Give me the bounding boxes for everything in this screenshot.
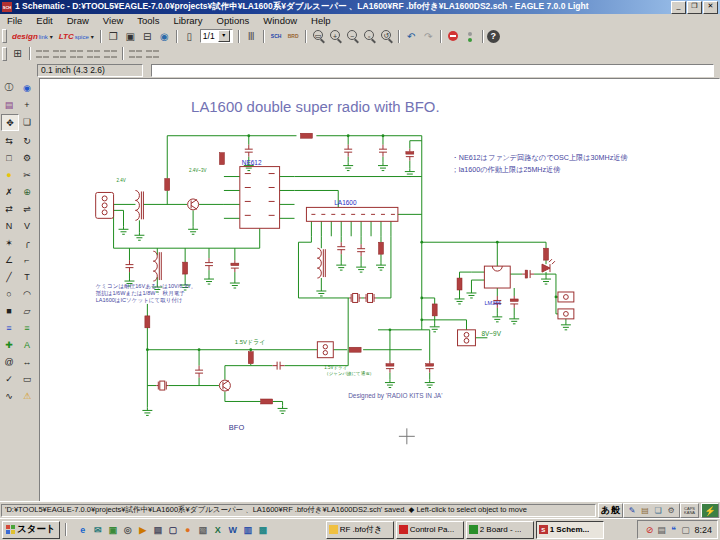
group-tool[interactable]: □ [1,150,17,165]
ie-icon[interactable]: e [76,523,90,537]
ime-dict-icon[interactable]: ❏ [652,505,664,516]
pinswap-tool[interactable]: ⇄ [1,201,17,216]
ltcspice-button[interactable]: LTC spice ▾ [56,32,97,41]
save-icon[interactable]: ▣ [122,29,139,44]
miter-tool[interactable]: ╭ [19,235,35,250]
phone-jack-1[interactable] [558,292,574,302]
mirror-tool[interactable]: ⇆ [1,133,17,148]
move-tool[interactable]: ✥ [1,114,19,131]
battery-connector[interactable] [317,342,333,358]
antenna-connector[interactable] [96,192,114,218]
task-button[interactable]: Control Pa... [396,521,464,539]
junction-tool[interactable]: ✚ [1,337,17,352]
erc-tool[interactable]: ✓ [1,371,17,386]
layer-set-icon[interactable] [127,46,144,61]
menu-options[interactable]: Options [210,15,257,26]
excel-icon[interactable]: X [211,523,225,537]
cut-tool[interactable]: ✂ [19,167,35,182]
split-tool[interactable]: ∠ [1,252,17,267]
gateswap-tool[interactable]: ⇌ [19,201,35,216]
app-icon[interactable]: ▥ [241,523,255,537]
print-icon[interactable]: ⊟ [139,29,156,44]
text-tool[interactable]: T [19,269,35,284]
search-icon[interactable]: ◎ [121,523,135,537]
my-computer-icon[interactable]: ▢ [166,523,180,537]
menu-file[interactable]: File [0,15,29,26]
stop-icon[interactable] [445,29,462,44]
command-input[interactable] [151,64,714,77]
tray-ime-icon[interactable]: ❝ [667,524,679,536]
menu-edit[interactable]: Edit [29,15,59,26]
clock[interactable]: 8:24 [694,525,712,535]
help-icon[interactable]: ? [487,30,500,43]
undo-icon[interactable]: ↶ [403,29,420,44]
ic-ne612[interactable] [240,167,280,229]
image-icon[interactable]: ▩ [256,523,270,537]
board-file-icon[interactable]: BRD [285,29,302,44]
menu-tools[interactable]: Tools [130,15,166,26]
dimension-tool[interactable]: ↔ [19,354,35,369]
task-button[interactable]: S1 Schem... [536,521,604,539]
smash-tool[interactable]: ✶ [1,235,17,250]
rotate-tool[interactable]: ↻ [19,133,35,148]
layer-set-icon[interactable] [51,46,68,61]
paint-tool[interactable]: ● [1,167,17,182]
name-tool[interactable]: N [1,218,17,233]
display-tool[interactable]: ▤ [1,97,17,112]
media-player-icon[interactable]: ▶ [136,523,150,537]
circle-tool[interactable]: ○ [1,286,17,301]
close-button[interactable]: ✕ [703,1,718,14]
net-tool[interactable]: ≡ [19,320,35,335]
layer-set-icon[interactable] [144,46,161,61]
menu-help[interactable]: Help [304,15,338,26]
errors-tool[interactable]: ▭ [19,371,35,386]
ic-la1600[interactable] [306,207,397,221]
warning-tool[interactable]: ⚠ [19,388,35,403]
wire-tool[interactable]: ╱ [1,269,17,284]
zoom-out-icon[interactable]: − [344,29,361,44]
grid-button[interactable]: ⊞ [9,46,26,61]
cam-processor-icon[interactable]: ◉ [156,29,173,44]
ime-tool-icon[interactable]: ⚙ [665,505,677,516]
start-button[interactable]: スタート [2,521,60,539]
invoke-tool[interactable]: ⌐ [19,252,35,267]
layer-set-icon[interactable] [68,46,85,61]
schematic-file-icon[interactable]: SCH [268,29,285,44]
ime-mode-button[interactable]: あ [601,504,610,517]
polygon-tool[interactable]: ▱ [19,303,35,318]
quick-launch-bolt-icon[interactable]: ⚡ [701,503,719,518]
phone-jack-2[interactable] [558,309,574,319]
toolbar-gripper[interactable] [2,47,7,61]
ime-pen-icon[interactable]: ✎ [626,505,638,516]
show-desktop-icon[interactable]: ▤ [151,523,165,537]
copy-tool[interactable]: ❏ [19,114,35,129]
task-button[interactable]: RF .bfo付き [326,521,394,539]
show-tool[interactable]: ◉ [19,80,35,95]
tray-device-icon[interactable]: ▤ [655,524,667,536]
menu-library[interactable]: Library [166,15,209,26]
go-icon[interactable] [462,29,479,44]
restore-button[interactable]: ❐ [687,1,702,14]
picture-icon[interactable]: ▣ [106,523,120,537]
layer-set-icon[interactable] [102,46,119,61]
redo-icon[interactable]: ↷ [420,29,437,44]
firefox-icon[interactable]: ● [181,523,195,537]
minimize-button[interactable]: _ [671,1,686,14]
tray-network-icon[interactable]: ▢ [679,524,691,536]
rect-tool[interactable]: ■ [1,303,17,318]
label-tool[interactable]: A [19,337,35,352]
zoom-fit-icon[interactable]: ▭ [310,29,327,44]
attribute-tool[interactable]: @ [1,354,17,369]
delete-tool[interactable]: ✗ [1,184,17,199]
designlink-button[interactable]: design link ▾ [9,32,56,41]
info-tool[interactable]: ⓘ [1,80,17,95]
menu-window[interactable]: Window [256,15,304,26]
word-icon[interactable]: W [226,523,240,537]
change-tool[interactable]: ⚙ [19,150,35,165]
power-jack[interactable] [458,330,476,346]
use-library-icon[interactable]: Ⅲ [243,29,260,44]
layer-set-icon[interactable] [34,46,51,61]
toolbar-gripper[interactable] [2,29,7,43]
add-part-tool[interactable]: ⊕ [19,184,35,199]
ime-conversion-button[interactable]: 般 [611,504,620,517]
